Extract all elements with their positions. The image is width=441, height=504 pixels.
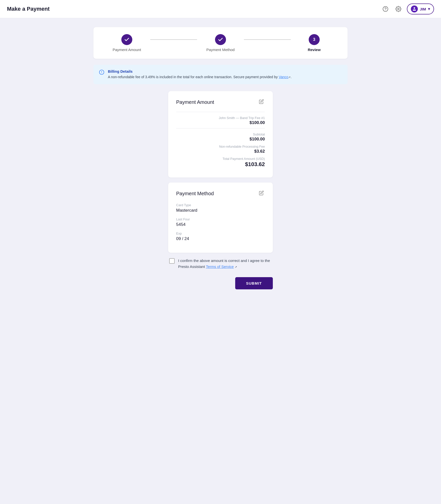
billing-notice: Billing Details A non-refundable fee of …	[93, 65, 348, 84]
subtotal-label: Subtotal	[253, 132, 265, 136]
checkmark-icon	[124, 37, 130, 42]
total-row: Total Payment Amount (USD) $103.62	[176, 157, 265, 168]
terms-link[interactable]: Terms of Service	[206, 264, 234, 269]
payment-method-card: Payment Method Card Type Mastercard Last…	[168, 183, 273, 253]
payment-amount-card: Payment Amount John Smith — Band Trip Fe…	[168, 91, 273, 178]
step-3-circle: 3	[309, 34, 320, 45]
checkmark-icon-2	[218, 37, 223, 42]
submit-row: SUBMIT	[168, 277, 273, 289]
main-content: Payment Amount Payment Method 3 Review	[88, 18, 353, 304]
user-menu-button[interactable]: JIM ▾	[407, 3, 434, 14]
fee-value: $3.62	[254, 149, 265, 154]
svg-point-3	[414, 7, 415, 9]
total-label: Total Payment Amount (USD)	[222, 157, 265, 161]
billing-notice-title: Billing Details	[108, 69, 292, 73]
info-icon	[99, 69, 104, 76]
stepper-card: Payment Amount Payment Method 3 Review	[93, 27, 348, 59]
user-name: JIM	[420, 7, 426, 11]
exp-label: Exp	[176, 232, 265, 235]
last-four-field: Last Four 5454	[176, 217, 265, 227]
step-payment-amount: Payment Amount	[103, 34, 150, 52]
step-review: 3 Review	[291, 34, 338, 52]
subtotal-row: Subtotal $100.00	[176, 132, 265, 142]
item-row: John Smith — Band Trip Fee #1 $100.00	[176, 116, 265, 125]
subtotal-value: $100.00	[250, 137, 265, 142]
edit-payment-amount-button[interactable]	[258, 98, 265, 106]
payment-method-card-title: Payment Method	[176, 191, 214, 196]
settings-button[interactable]	[394, 4, 403, 13]
step-1-label: Payment Amount	[113, 48, 141, 52]
last-four-value: 5454	[176, 222, 265, 227]
card-type-value: Mastercard	[176, 208, 265, 213]
confirm-checkbox[interactable]	[169, 258, 175, 264]
card-type-field: Card Type Mastercard	[176, 203, 265, 213]
header: Make a Payment JIM ▾	[0, 0, 441, 18]
last-four-label: Last Four	[176, 217, 265, 221]
step-payment-method: Payment Method	[197, 34, 244, 52]
step-line-1	[150, 39, 197, 40]
divider-1	[176, 128, 265, 128]
page-title: Make a Payment	[7, 6, 50, 12]
stepper: Payment Amount Payment Method 3 Review	[103, 34, 338, 52]
submit-button[interactable]: SUBMIT	[235, 277, 273, 289]
help-button[interactable]	[381, 4, 390, 13]
exp-value: 09 / 24	[176, 236, 265, 241]
gear-icon	[395, 6, 401, 12]
payment-amount-section: John Smith — Band Trip Fee #1 $100.00 Su…	[176, 112, 265, 168]
edit-icon	[259, 99, 264, 104]
exp-field: Exp 09 / 24	[176, 232, 265, 241]
step-2-label: Payment Method	[206, 48, 234, 52]
step-3-number: 3	[313, 37, 315, 42]
help-icon	[382, 6, 388, 12]
item-value: $100.00	[250, 120, 265, 125]
step-line-2	[244, 39, 291, 40]
item-label: John Smith — Band Trip Fee #1	[219, 116, 265, 120]
step-2-circle	[215, 34, 226, 45]
external-icon: ↗	[235, 265, 237, 268]
svg-point-2	[398, 8, 399, 10]
payment-amount-card-title: Payment Amount	[176, 99, 214, 105]
fee-row: Non-refundable Processing Fee $3.62	[176, 145, 265, 154]
payment-method-card-header: Payment Method	[176, 189, 265, 198]
chevron-down-icon: ▾	[428, 7, 430, 11]
edit-payment-method-button[interactable]	[258, 189, 265, 198]
header-actions: JIM ▾	[381, 3, 434, 14]
billing-notice-content: Billing Details A non-refundable fee of …	[108, 69, 292, 80]
step-3-label: Review	[308, 48, 321, 52]
payment-amount-card-header: Payment Amount	[176, 98, 265, 106]
fee-label: Non-refundable Processing Fee	[219, 145, 265, 148]
step-1-circle	[121, 34, 132, 45]
confirm-row: I confirm the above amount is correct an…	[168, 258, 273, 270]
card-type-label: Card Type	[176, 203, 265, 207]
vanco-link[interactable]: Vanco	[279, 75, 289, 79]
edit-icon-2	[259, 190, 264, 195]
confirm-text: I confirm the above amount is correct an…	[178, 258, 272, 270]
billing-notice-text: A non-refundable fee of 3.49% is include…	[108, 74, 292, 80]
total-value: $103.62	[245, 161, 265, 168]
external-link-icon: ↗	[288, 76, 291, 79]
avatar	[411, 5, 418, 12]
